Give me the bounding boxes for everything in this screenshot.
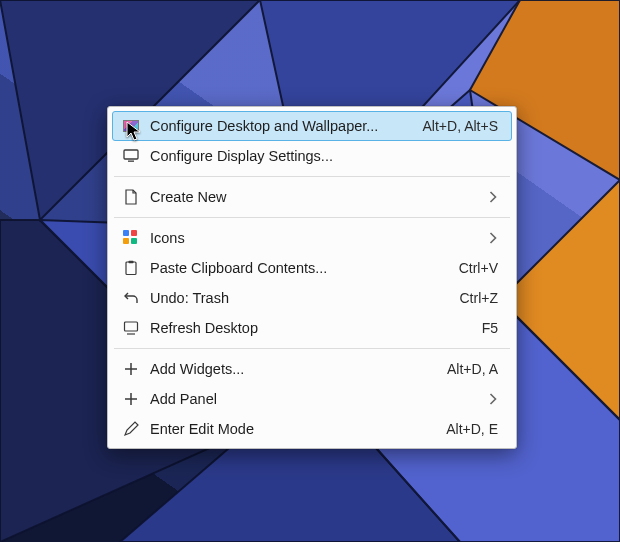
menu-item-refresh-desktop[interactable]: Refresh Desktop F5 <box>112 313 512 343</box>
chevron-right-icon <box>489 393 498 405</box>
menu-item-shortcut: Ctrl+Z <box>460 290 499 306</box>
desktop-icon <box>122 319 140 337</box>
menu-item-shortcut: Ctrl+V <box>459 260 498 276</box>
plus-icon <box>122 360 140 378</box>
edit-icon <box>122 420 140 438</box>
monitor-icon <box>122 147 140 165</box>
menu-item-label: Configure Desktop and Wallpaper... <box>150 118 395 134</box>
menu-item-enter-edit-mode[interactable]: Enter Edit Mode Alt+D, E <box>112 414 512 444</box>
menu-item-label: Create New <box>150 189 461 205</box>
plus-icon <box>122 390 140 408</box>
chevron-right-icon <box>489 232 498 244</box>
menu-item-configure-desktop-wallpaper[interactable]: Configure Desktop and Wallpaper... Alt+D… <box>112 111 512 141</box>
menu-separator <box>114 217 510 218</box>
menu-item-create-new[interactable]: Create New <box>112 182 512 212</box>
menu-separator <box>114 176 510 177</box>
menu-item-label: Refresh Desktop <box>150 320 454 336</box>
icons-grid-icon <box>122 229 140 247</box>
menu-item-label: Add Panel <box>150 391 461 407</box>
clipboard-icon <box>122 259 140 277</box>
menu-item-undo-trash[interactable]: Undo: Trash Ctrl+Z <box>112 283 512 313</box>
menu-item-label: Configure Display Settings... <box>150 148 498 164</box>
menu-item-shortcut: Alt+D, A <box>447 361 498 377</box>
menu-item-label: Paste Clipboard Contents... <box>150 260 431 276</box>
menu-item-label: Enter Edit Mode <box>150 421 418 437</box>
menu-item-shortcut: F5 <box>482 320 498 336</box>
menu-item-add-panel[interactable]: Add Panel <box>112 384 512 414</box>
svg-rect-10 <box>128 161 134 162</box>
menu-item-add-widgets[interactable]: Add Widgets... Alt+D, A <box>112 354 512 384</box>
menu-item-label: Icons <box>150 230 461 246</box>
menu-item-icons[interactable]: Icons <box>112 223 512 253</box>
svg-rect-11 <box>126 262 136 275</box>
chevron-right-icon <box>489 191 498 203</box>
wallpaper-icon <box>122 117 140 135</box>
menu-separator <box>114 348 510 349</box>
new-document-icon <box>122 188 140 206</box>
menu-item-shortcut: Alt+D, Alt+S <box>423 118 498 134</box>
undo-icon <box>122 289 140 307</box>
menu-item-label: Add Widgets... <box>150 361 419 377</box>
menu-item-paste-clipboard[interactable]: Paste Clipboard Contents... Ctrl+V <box>112 253 512 283</box>
svg-rect-13 <box>125 322 138 331</box>
svg-rect-12 <box>129 261 134 263</box>
menu-item-label: Undo: Trash <box>150 290 432 306</box>
svg-rect-9 <box>124 150 138 159</box>
menu-item-shortcut: Alt+D, E <box>446 421 498 437</box>
menu-item-configure-display-settings[interactable]: Configure Display Settings... <box>112 141 512 171</box>
desktop-context-menu: Configure Desktop and Wallpaper... Alt+D… <box>107 106 517 449</box>
